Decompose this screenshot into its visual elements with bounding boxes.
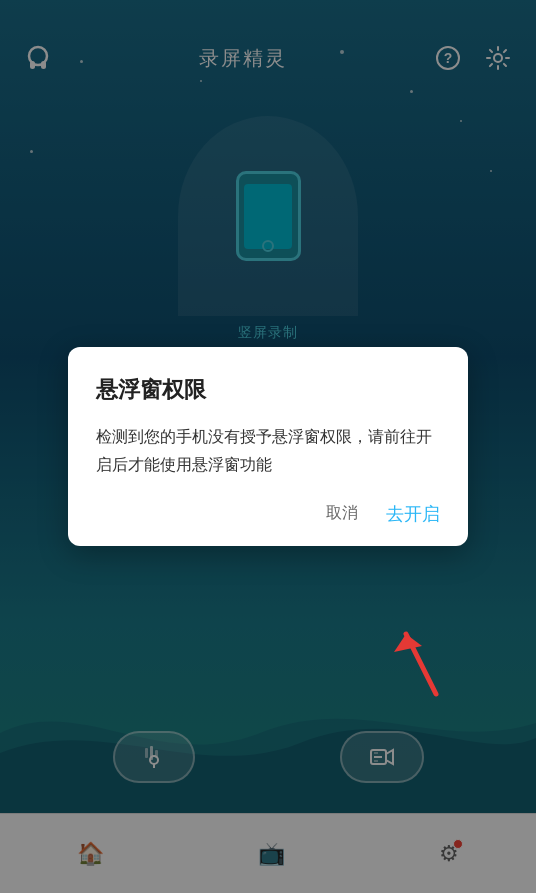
permission-dialog: 悬浮窗权限 检测到您的手机没有授予悬浮窗权限，请前往开启后才能使用悬浮窗功能 取… <box>68 347 468 545</box>
cancel-button[interactable]: 取消 <box>326 503 358 524</box>
confirm-button[interactable]: 去开启 <box>386 502 440 526</box>
dialog-overlay: 悬浮窗权限 检测到您的手机没有授予悬浮窗权限，请前往开启后才能使用悬浮窗功能 取… <box>0 0 536 893</box>
dialog-title: 悬浮窗权限 <box>96 375 440 405</box>
dialog-actions: 取消 去开启 <box>96 502 440 526</box>
app-background: 录屏精灵 ? 竖屏录制 <box>0 0 536 893</box>
dialog-content: 检测到您的手机没有授予悬浮窗权限，请前往开启后才能使用悬浮窗功能 <box>96 423 440 477</box>
